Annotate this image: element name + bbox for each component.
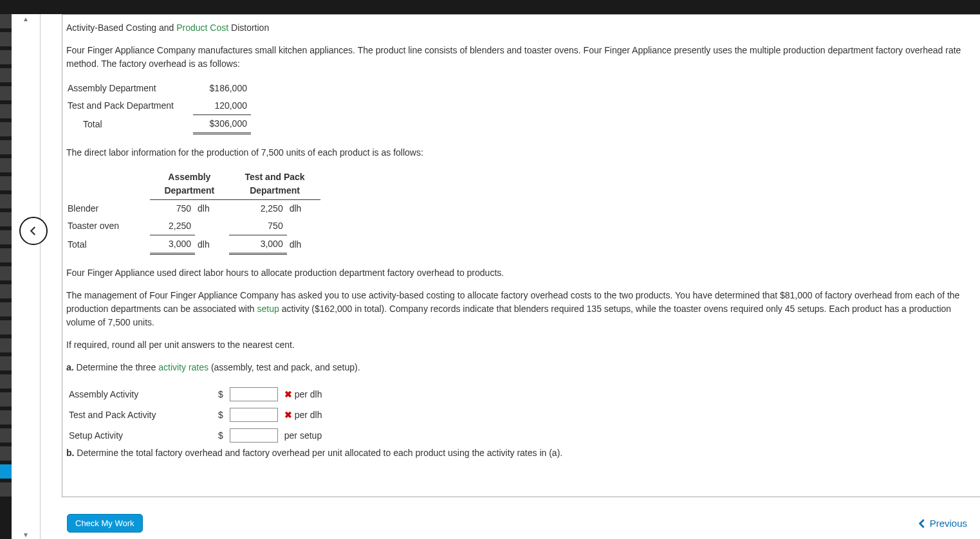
progress-tick[interactable]: [0, 86, 12, 100]
progress-tick[interactable]: [0, 14, 12, 28]
progress-tick[interactable]: [0, 320, 12, 334]
bottom-toolbar: Check My Work Previous: [62, 507, 980, 539]
question-a: a. Determine the three activity rates (a…: [66, 361, 976, 374]
glossary-link[interactable]: Product Cost: [176, 23, 228, 33]
table-row: Assembly Department $186,000: [66, 80, 251, 97]
currency-symbol: $: [217, 426, 227, 445]
progress-tick[interactable]: [0, 158, 12, 172]
progress-tick[interactable]: [0, 356, 12, 370]
table-row: Toaster oven 2,250 750: [66, 217, 320, 235]
cell-unit: dlh: [287, 235, 321, 254]
currency-symbol: $: [217, 405, 227, 425]
question-label: a.: [66, 362, 74, 372]
progress-tick[interactable]: [0, 428, 12, 443]
cell-unit: dlh: [287, 200, 321, 218]
progress-sidebar: [0, 14, 12, 539]
question-b: b. Determine the total factory overhead …: [66, 446, 976, 460]
direct-labor-table: Assembly Department Test and Pack Depart…: [66, 169, 320, 255]
progress-tick[interactable]: [0, 176, 12, 190]
answer-row: Setup Activity $ per setup: [68, 426, 326, 445]
progress-tick[interactable]: [0, 248, 12, 262]
progress-tick-current[interactable]: [0, 464, 12, 479]
wrong-icon: ✖: [284, 410, 292, 420]
progress-tick[interactable]: [0, 122, 12, 136]
cell-value: $186,000: [193, 80, 251, 97]
cell-unit: dlh: [195, 235, 229, 254]
glossary-link[interactable]: setup: [257, 304, 279, 314]
scroll-up-icon[interactable]: ▲: [12, 14, 40, 23]
scroll-gutter: ▲ ▼: [12, 14, 41, 539]
cell-unit: dlh: [195, 200, 229, 218]
progress-tick[interactable]: [0, 194, 12, 208]
progress-tick[interactable]: [0, 482, 12, 497]
progress-tick[interactable]: [0, 266, 12, 280]
progress-tick[interactable]: [0, 50, 12, 64]
progress-tick[interactable]: [0, 32, 12, 46]
cell-label: Total: [66, 115, 193, 134]
title-text: Activity-Based Costing and: [66, 23, 176, 33]
previous-button[interactable]: Previous: [917, 516, 967, 531]
cell-label: Assembly Department: [66, 80, 193, 97]
glossary-link[interactable]: activity rates: [158, 362, 208, 372]
col-header: Assembly Department: [150, 169, 229, 200]
top-bar: [0, 0, 980, 14]
answer-unit: per dlh: [295, 389, 322, 399]
answer-label: Assembly Activity: [68, 385, 216, 404]
question-content: Activity-Based Costing and Product Cost …: [62, 15, 980, 475]
setup-rate-input[interactable]: [230, 428, 278, 443]
answer-row: Assembly Activity $ ✖ per dlh: [68, 385, 326, 404]
paragraph: The management of Four Finger Appliance …: [66, 289, 976, 329]
answers-table: Assembly Activity $ ✖ per dlh Test and P…: [66, 383, 328, 446]
table-row: Total 3,000 dlh 3,000 dlh: [66, 235, 320, 254]
progress-tick[interactable]: [0, 338, 12, 352]
check-my-work-button[interactable]: Check My Work: [67, 514, 143, 533]
assembly-rate-input[interactable]: [230, 387, 278, 401]
question-label: b.: [66, 448, 74, 458]
cell-value: 3,000: [229, 235, 287, 254]
chevron-left-icon: [28, 225, 39, 237]
progress-tick[interactable]: [0, 374, 12, 388]
app-root: ▲ ▼ Activity-Based Costing and Product C…: [0, 0, 980, 539]
paragraph: If required, round all per unit answers …: [66, 338, 976, 352]
previous-label: Previous: [930, 518, 967, 529]
title-text: Distortion: [228, 23, 269, 33]
cell-label: Total: [66, 235, 150, 254]
paragraph: Four Finger Appliance used direct labor …: [66, 266, 976, 280]
cell-value: 750: [229, 217, 287, 235]
table-header-row: Assembly Department Test and Pack Depart…: [66, 169, 320, 200]
question-panel: Activity-Based Costing and Product Cost …: [62, 14, 980, 497]
scroll-down-icon[interactable]: ▼: [12, 530, 40, 539]
collapse-sidebar-button[interactable]: [19, 217, 48, 245]
progress-tick[interactable]: [0, 284, 12, 298]
progress-tick[interactable]: [0, 230, 12, 244]
currency-symbol: $: [217, 385, 227, 404]
testpack-rate-input[interactable]: [230, 408, 278, 422]
col-header: Test and Pack Department: [229, 169, 321, 200]
answer-unit: per setup: [284, 430, 322, 441]
intro-text: Four Finger Appliance Company manufactur…: [66, 44, 976, 71]
wrong-icon: ✖: [284, 389, 292, 399]
progress-tick[interactable]: [0, 446, 12, 461]
cell-value: 3,000: [150, 235, 195, 254]
answer-label: Test and Pack Activity: [68, 405, 216, 425]
progress-tick[interactable]: [0, 302, 12, 316]
cell-label: Blender: [66, 200, 150, 218]
cell-label: Test and Pack Department: [66, 97, 193, 115]
progress-tick[interactable]: [0, 68, 12, 82]
answer-label: Setup Activity: [68, 426, 216, 445]
cell-value: 2,250: [229, 200, 287, 218]
overhead-table: Assembly Department $186,000 Test and Pa…: [66, 80, 251, 134]
progress-tick[interactable]: [0, 392, 12, 407]
chevron-left-icon: [917, 516, 927, 531]
progress-tick[interactable]: [0, 104, 12, 118]
progress-tick[interactable]: [0, 410, 12, 425]
cell-value: 750: [150, 200, 195, 218]
progress-tick[interactable]: [0, 140, 12, 154]
answer-row: Test and Pack Activity $ ✖ per dlh: [68, 405, 326, 425]
table-row: Test and Pack Department 120,000: [66, 97, 251, 115]
cell-value: 2,250: [150, 217, 195, 235]
table-row: Blender 750 dlh 2,250 dlh: [66, 200, 320, 218]
dl-intro-text: The direct labor information for the pro…: [66, 146, 976, 160]
progress-tick[interactable]: [0, 212, 12, 226]
cell-label: Toaster oven: [66, 217, 150, 235]
